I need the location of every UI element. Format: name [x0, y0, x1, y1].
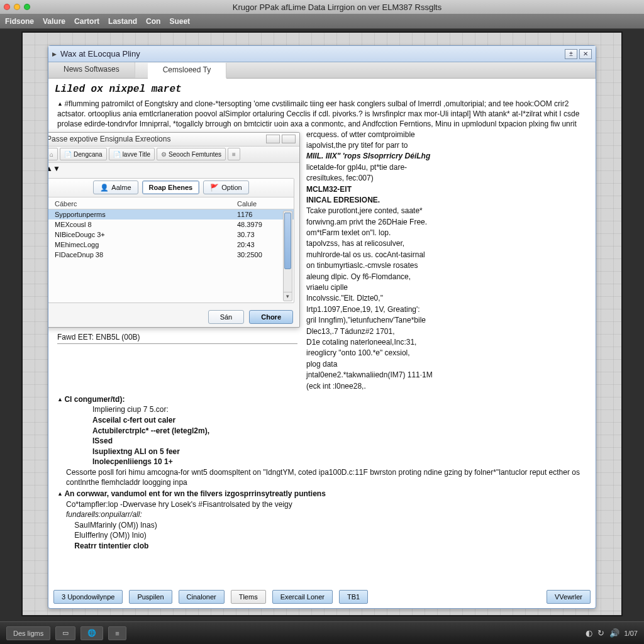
text-line: plog data [306, 359, 589, 370]
seg-aalme[interactable]: 👤Aalme [93, 180, 138, 194]
minimize-traffic-light[interactable] [14, 4, 20, 10]
home-icon: ⌂ [50, 151, 53, 158]
bottombar-puspilen[interactable]: Puspilen [129, 590, 172, 604]
bottombar-upondowilynpe[interactable]: 3 Upondowilynpe [53, 590, 123, 604]
document-titlebar[interactable]: ▶ Wax at ELocqua Pliny ± ✕ [48, 46, 596, 62]
text-line: EluIfferlny (OM)) Inio) [66, 530, 589, 541]
text-line: Actubilerctrplc* --eret (letegl2m), [92, 426, 589, 436]
seg-option-label: Option [221, 184, 242, 191]
bottombar-exercail-loner[interactable]: Exercail Loner [272, 590, 333, 604]
toolbar-search-femtuntes-button[interactable]: ⚙Seooch Femtuntes [157, 148, 226, 160]
sort-toggle[interactable]: ▲▼ [48, 163, 299, 174]
menu-fidsone[interactable]: Fidsone [5, 17, 34, 26]
list-row[interactable]: MEXcousl 848.3979 [48, 219, 294, 230]
taskbar-clock[interactable]: 1/07 [625, 630, 638, 637]
dialog-ok-button[interactable]: Sán [208, 310, 245, 324]
toolbar-overflow-button[interactable]: ≡ [228, 148, 240, 160]
zoom-traffic-light[interactable] [24, 4, 30, 10]
dialog-maximize-button[interactable] [282, 135, 296, 143]
list-box[interactable]: Sypportunperms1176 MEXcousl 848.3979 NIB… [48, 209, 294, 303]
seg-roap-ehenes[interactable]: Roap Ehenes [142, 180, 200, 194]
taskbar-app-1[interactable]: ▭ [55, 626, 75, 640]
minimize-button[interactable]: ± [565, 49, 577, 59]
list-header: Cáberc Calule [48, 197, 294, 209]
list-row[interactable]: Sypportunperms1176 [48, 209, 294, 219]
volume-icon[interactable]: 🔊 [609, 628, 619, 638]
menu-icon: ≡ [115, 630, 119, 637]
list-row[interactable]: MEhimecLogg20:43 [48, 240, 294, 250]
workspace-canvas: ▶ Wax at ELocqua Pliny ± ✕ News Softwase… [21, 31, 623, 616]
text-line: INICAL EDRESIONE. [306, 195, 589, 206]
dialog-minimize-button[interactable] [266, 135, 280, 143]
text-line: om*tFarm texlet on"l. lop. [306, 228, 589, 238]
document-bottombar: 3 Upondowilynpe Puspilen Cinaloner Tlems… [48, 589, 596, 608]
taskbar-app-2[interactable]: 🌐 [80, 626, 103, 640]
os-taskbar: Des ligms ▭ 🌐 ≡ ◐ ↻ 🔊 1/07 [0, 621, 644, 644]
dialog-titlebar[interactable]: Passe expotive Ensignula Exreotions [48, 133, 299, 147]
tab-news-softwases[interactable]: News Softwases [48, 62, 135, 78]
scrollbar-thumb[interactable] [284, 213, 291, 269]
refresh-icon[interactable]: ↻ [597, 628, 604, 638]
text-line: MCLM32-EIT [306, 184, 589, 195]
page-heading: Liled ox nixpel maret [55, 84, 589, 95]
close-button[interactable]: ✕ [579, 49, 592, 59]
status-line: Fawd EET: ENB5L (00B) [57, 333, 297, 344]
text-line: tapolvzss, has at relicosulver, [306, 238, 589, 249]
bottombar-tlems[interactable]: Tlems [231, 590, 266, 604]
list-scrollbar[interactable]: ▾ [283, 211, 292, 301]
page-icon: 📄 [113, 151, 121, 158]
list-row[interactable]: FIDaceDnup 3830:2500 [48, 250, 294, 260]
document-window: ▶ Wax at ELocqua Pliny ± ✕ News Softwase… [48, 45, 596, 609]
document-tab-strip: News Softwases Cemsloeed Ty [48, 62, 596, 79]
list-cell: FIDaceDnup 38 [55, 251, 237, 258]
text-line: Irtp1.1097,Enoe,19, 1V, Greating': [306, 304, 589, 315]
tab-blank [226, 62, 596, 78]
menu-sueet[interactable]: Sueet [169, 17, 190, 26]
intro-paragraph: #flumming patromilct of Eongtskry and cl… [57, 99, 589, 130]
menu-lastand[interactable]: Lastand [108, 17, 137, 26]
document-title: Wax at ELocqua Pliny [60, 49, 563, 58]
tab-cemsloeed-ty[interactable]: Cemsloeed Ty [148, 63, 226, 79]
text-line: Inolecpenliiengs 10 1+ [92, 457, 589, 467]
list-cell: MEXcousl 8 [55, 221, 237, 228]
list-cell: 20:43 [237, 241, 287, 248]
text-line: ISsed [92, 436, 589, 447]
list-cell: 30.73 [237, 231, 287, 238]
list-cell: MEhimecLogg [55, 241, 237, 248]
toolbar-home-button[interactable]: ⌂ [48, 148, 58, 160]
document-body: Liled ox nixpel maret #flumming patromil… [48, 79, 596, 589]
list-cell: 48.3979 [237, 221, 287, 228]
dialog-toolbar: ⌂ 📄Dengcana 📄lavve Title ⚙Seooch Femtunt… [48, 147, 299, 163]
taskbar-start[interactable]: Des ligms [6, 626, 50, 640]
toolbar-dengcana-label: Dengcana [74, 151, 103, 158]
text-line: Co*tampfler:lop -Dwervase hry Losek's #F… [66, 499, 589, 510]
text-line: Dlec13,.7 Tádunz#2 1701, [306, 326, 589, 337]
dialog-close-button[interactable]: Chore [249, 310, 293, 324]
text-line: Isupliextng ALI on 5 feer [92, 447, 589, 457]
text-line: MIIL. IIIX" 'rops Slsoprricry DéiLhg [306, 151, 589, 162]
menu-cartort[interactable]: Cartort [74, 17, 99, 26]
seg-option[interactable]: 🚩Option [203, 180, 248, 194]
menu-con[interactable]: Con [146, 17, 160, 26]
bottombar-tb1[interactable]: TB1 [339, 590, 368, 604]
browser-icon: 🌐 [87, 629, 96, 637]
right-column-text: ercquess. of wtter comtproimible iapolvi… [306, 130, 589, 392]
person-icon: 👤 [100, 184, 109, 192]
list-header-col2[interactable]: Calule [237, 200, 287, 208]
list-header-col1[interactable]: Cáberc [55, 200, 237, 208]
toolbar-lavve-label: lavve Title [123, 151, 150, 158]
taskbar-app-3[interactable]: ≡ [108, 626, 126, 640]
list-cell: 1176 [237, 211, 287, 218]
toolbar-dengcana-button[interactable]: 📄Dengcana [60, 148, 107, 160]
menu-valure[interactable]: Valure [43, 17, 65, 26]
app-menubar: Fidsone Valure Cartort Lastand Con Sueet [0, 14, 644, 29]
list-row[interactable]: NIBiceDougc 3+30.73 [48, 230, 294, 240]
scrollbar-down-arrow-icon[interactable]: ▾ [284, 292, 292, 301]
bottombar-vvewrler[interactable]: VVewrler [547, 590, 591, 604]
toolbar-lavve-title-button[interactable]: 📄lavve Title [109, 148, 155, 160]
bottombar-cinaloner[interactable]: Cinaloner [179, 590, 225, 604]
disclosure-triangle-icon[interactable]: ▶ [52, 51, 57, 57]
close-traffic-light[interactable] [4, 4, 10, 10]
chevron-down-icon: ≡ [232, 151, 236, 158]
network-icon[interactable]: ◐ [586, 628, 592, 638]
